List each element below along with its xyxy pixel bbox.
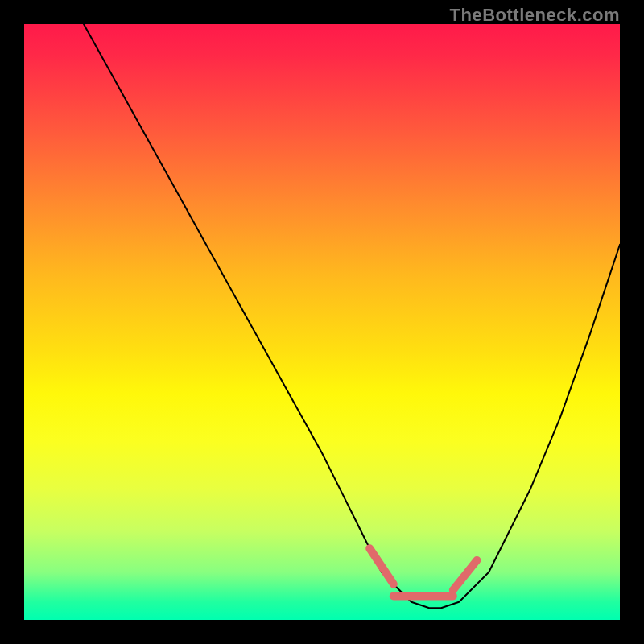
bottleneck-curve: [84, 24, 620, 608]
accent-segments: [369, 548, 477, 596]
accent-segment: [369, 548, 394, 584]
attribution-label: TheBottleneck.com: [450, 5, 620, 26]
plot-area: [24, 24, 620, 620]
bottleneck-curve-svg: [24, 24, 620, 620]
accent-segment: [453, 560, 477, 590]
chart-frame: TheBottleneck.com: [0, 0, 644, 644]
